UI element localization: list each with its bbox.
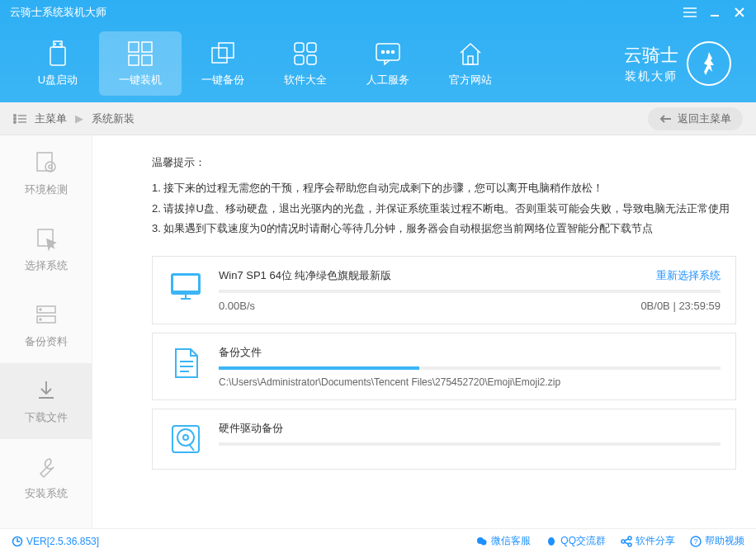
back-button[interactable]: 返回主菜单: [648, 107, 743, 130]
svg-rect-7: [50, 47, 65, 65]
svg-text:?: ?: [693, 537, 697, 546]
nav-software[interactable]: 软件大全: [264, 31, 347, 96]
qq-icon: [546, 536, 557, 547]
svg-point-21: [382, 51, 385, 54]
window-title: 云骑士系统装机大师: [10, 5, 683, 20]
sidebar: 环境检测 选择系统 备份资料 下载文件 安装系统: [0, 135, 92, 528]
svg-rect-15: [219, 43, 234, 58]
list-icon: [13, 114, 26, 124]
svg-point-53: [628, 536, 631, 540]
file-icon: [168, 345, 204, 381]
svg-point-47: [177, 429, 194, 446]
brand: 云骑士 装机大师: [624, 41, 739, 86]
nav-website[interactable]: 官方网站: [429, 31, 512, 96]
wechat-support-link[interactable]: 微信客服: [476, 534, 531, 548]
breadcrumb-current: 系统新装: [92, 111, 135, 126]
svg-rect-16: [295, 43, 304, 52]
monitor-icon: [168, 268, 204, 305]
disk-icon: [168, 421, 204, 457]
nav-support[interactable]: 人工服务: [347, 31, 429, 96]
download-icon: [33, 377, 59, 404]
svg-point-29: [14, 121, 17, 123]
qq-group-link[interactable]: QQ交流群: [546, 534, 606, 548]
svg-point-54: [621, 540, 625, 543]
svg-rect-10: [129, 42, 139, 52]
gear-doc-icon: [33, 149, 59, 176]
backup-progress: [219, 366, 721, 370]
share-link[interactable]: 软件分享: [621, 534, 675, 548]
home-icon: [456, 40, 484, 68]
backup-path: C:\Users\Administrator\Documents\Tencent…: [219, 376, 721, 388]
svg-rect-12: [129, 55, 139, 65]
close-button[interactable]: [733, 6, 746, 19]
download-progress: [219, 290, 721, 293]
svg-rect-13: [142, 55, 152, 65]
svg-point-23: [392, 51, 395, 54]
backup-card: 备份文件 C:\Users\Administrator\Documents\Te…: [152, 333, 736, 400]
download-speed: 0.00B/s: [219, 300, 255, 312]
breadcrumb: 主菜单 ▶ 系统新装 返回主菜单: [0, 102, 756, 135]
tips-list: 1. 接下来的过程无需您的干预，程序会帮助您自动完成剩下的步骤，您可以离开电脑稍…: [152, 178, 736, 239]
svg-rect-14: [212, 48, 227, 63]
svg-point-51: [481, 539, 487, 545]
server-icon: [33, 301, 59, 328]
svg-point-25: [14, 114, 17, 116]
chat-icon: [374, 40, 402, 68]
share-icon: [621, 536, 632, 547]
svg-point-55: [628, 543, 631, 546]
minimize-button[interactable]: [708, 6, 721, 19]
nav-usb-boot[interactable]: U盘启动: [17, 31, 99, 96]
menu-icon[interactable]: [683, 6, 697, 19]
svg-point-52: [548, 537, 555, 546]
svg-rect-17: [307, 43, 316, 52]
svg-rect-24: [468, 56, 473, 64]
tips-title: 温馨提示：: [152, 155, 736, 170]
apps-icon: [291, 40, 319, 68]
wechat-icon: [476, 536, 488, 547]
backup-title: 备份文件: [219, 345, 721, 360]
download-status: 0B/0B | 23:59:59: [640, 300, 721, 312]
refresh-icon: [12, 536, 23, 547]
svg-point-48: [183, 435, 188, 440]
driver-backup-title: 硬件驱动备份: [219, 421, 721, 436]
svg-point-38: [40, 319, 41, 320]
system-name: Win7 SP1 64位 纯净绿色旗舰最新版: [219, 268, 392, 283]
svg-point-37: [40, 309, 41, 310]
download-card: Win7 SP1 64位 纯净绿色旗舰最新版 重新选择系统 0.00B/s 0B…: [152, 256, 736, 324]
usb-icon: [44, 40, 72, 68]
version-label[interactable]: VER[2.5.36.853]: [12, 536, 99, 547]
svg-line-57: [625, 542, 628, 544]
windows-icon: [126, 40, 154, 68]
copy-icon: [209, 40, 237, 68]
sidebar-item-backup-data[interactable]: 备份资料: [0, 287, 92, 363]
chevron-right-icon: ▶: [75, 112, 83, 125]
svg-rect-18: [295, 55, 304, 64]
svg-point-27: [14, 117, 17, 120]
reselect-system-link[interactable]: 重新选择系统: [656, 268, 721, 283]
sidebar-item-env-check[interactable]: 环境检测: [0, 135, 92, 211]
nav-one-click-install[interactable]: 一键装机: [99, 31, 182, 96]
cursor-doc-icon: [33, 225, 59, 252]
svg-rect-11: [142, 42, 152, 52]
breadcrumb-root[interactable]: 主菜单: [35, 111, 67, 126]
svg-rect-40: [173, 276, 198, 291]
svg-point-32: [45, 162, 55, 172]
help-video-link[interactable]: ? 帮助视频: [690, 534, 744, 548]
sidebar-item-download[interactable]: 下载文件: [0, 363, 92, 439]
footer: VER[2.5.36.853] 微信客服 QQ交流群 软件分享 ? 帮助视频: [0, 528, 756, 553]
svg-rect-19: [307, 55, 316, 64]
driver-card: 硬件驱动备份: [152, 409, 736, 470]
back-arrow-icon: [659, 114, 673, 124]
nav-one-click-backup[interactable]: 一键备份: [182, 31, 264, 96]
svg-line-56: [625, 539, 628, 541]
sidebar-item-install[interactable]: 安装系统: [0, 439, 92, 515]
driver-progress: [219, 442, 721, 446]
svg-point-22: [387, 51, 390, 54]
svg-point-33: [49, 165, 52, 168]
knight-logo-icon: [687, 41, 731, 86]
help-icon: ?: [690, 536, 702, 547]
wrench-icon: [33, 453, 59, 480]
sidebar-item-select-system[interactable]: 选择系统: [0, 211, 92, 287]
